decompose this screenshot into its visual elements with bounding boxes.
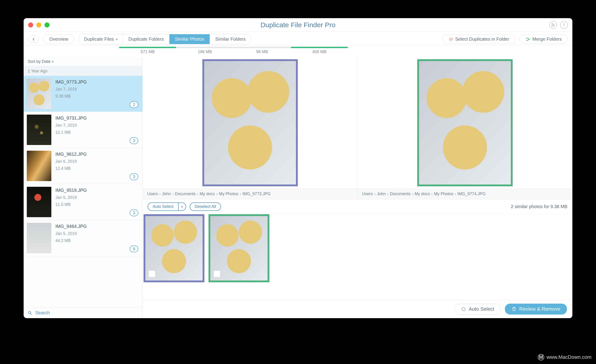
trash-icon <box>512 306 516 312</box>
thumbnail <box>27 187 51 217</box>
preview-image-right[interactable] <box>417 59 513 186</box>
minimize-icon[interactable] <box>36 22 41 28</box>
close-icon[interactable] <box>28 22 33 28</box>
sort-label: Sort by Date <box>28 59 50 64</box>
sidebar: Sort by Date ▾ 1 Year Ago IMG_9773.JPGJa… <box>24 57 143 318</box>
file-name: IMG_9612.JPG <box>55 152 139 157</box>
similar-thumbs-row <box>143 214 572 300</box>
back-button[interactable] <box>28 36 39 43</box>
maximize-icon[interactable] <box>45 22 50 28</box>
breadcrumb-right[interactable]: Users›John›Documents›My docs›My Photos›I… <box>358 189 573 199</box>
similar-thumb[interactable] <box>209 214 269 282</box>
thumb-checkbox[interactable] <box>214 270 220 277</box>
tab-label: Duplicate Files <box>84 36 114 42</box>
compare-row <box>143 57 572 189</box>
count-badge: 3 <box>130 173 138 180</box>
file-name: IMG_9731.JPG <box>55 116 139 121</box>
info-icon[interactable] <box>560 21 568 29</box>
list-item[interactable]: IMG_9519.JPGJan 5, 201911.5 MB3 <box>24 184 142 220</box>
list-item[interactable]: IMG_9464.JPGJan 5, 201944.2 MB9 <box>24 220 142 256</box>
svg-point-0 <box>552 26 552 26</box>
titlebar: Duplicate File Finder Pro <box>24 18 572 32</box>
file-date: Jan 5, 2019 <box>55 195 139 200</box>
thumbnail <box>27 151 51 181</box>
app-title: Duplicate File Finder Pro <box>24 21 572 29</box>
file-size: 12.1 MB <box>55 130 139 135</box>
file-size: 44.2 MB <box>55 238 139 243</box>
tab-sizes-row: 571 MB 186 MB 96 MB 406 MB <box>114 45 572 57</box>
auto-select-dropdown[interactable]: ▾ <box>178 203 186 211</box>
tab-duplicate-folders[interactable]: Duplicate Folders <box>123 34 170 44</box>
file-size: 12.4 MB <box>55 166 139 171</box>
similar-thumb[interactable] <box>143 214 204 282</box>
chevron-down-icon: ▾ <box>52 60 53 64</box>
thumbnail <box>27 223 51 253</box>
list-item[interactable]: IMG_9612.JPGJan 6, 201912.4 MB3 <box>24 148 142 184</box>
path-row: Users›John›Documents›My docs›My Photos›I… <box>143 189 572 199</box>
tab-duplicate-files[interactable]: Duplicate Files ▾ <box>79 34 123 44</box>
category-tabs: Duplicate Files ▾ Duplicate Folders Simi… <box>78 34 251 44</box>
size-duplicate-folders: 186 MB <box>176 50 233 54</box>
count-badge: 9 <box>130 246 138 252</box>
toolbar: Overview Duplicate Files ▾ Duplicate Fol… <box>24 32 572 45</box>
group-header: 1 Year Ago <box>24 66 142 76</box>
size-similar-folders: 406 MB <box>291 50 348 54</box>
file-date: Jan 7, 2019 <box>55 123 139 128</box>
tab-similar-folders[interactable]: Similar Folders <box>210 34 251 44</box>
list-item[interactable]: IMG_9731.JPGJan 7, 201912.1 MB3 <box>24 112 142 148</box>
auto-select-button[interactable]: Auto Select <box>148 203 178 211</box>
rss-icon[interactable] <box>549 21 557 29</box>
button-label: Merge Folders <box>532 36 562 42</box>
sort-dropdown[interactable]: Sort by Date ▾ <box>24 57 142 66</box>
file-name: IMG_9519.JPG <box>55 188 139 193</box>
thumbnail <box>27 115 51 145</box>
file-size: 11.5 MB <box>55 202 139 207</box>
watermark-icon: M <box>538 354 544 360</box>
overview-button[interactable]: Overview <box>43 35 74 44</box>
button-label: Auto Select <box>469 306 494 312</box>
file-date: Jan 7, 2019 <box>55 87 139 92</box>
app-window: Duplicate File Finder Pro Overview Dupli… <box>24 18 572 318</box>
svg-point-2 <box>564 24 564 24</box>
compare-left-pane <box>143 57 358 189</box>
deselect-all-button[interactable]: Deselect All <box>190 203 221 211</box>
count-badge: 2 <box>130 101 138 108</box>
svg-point-5 <box>28 311 31 314</box>
preview-image-left[interactable] <box>202 59 298 186</box>
size-duplicate-files: 571 MB <box>119 50 176 54</box>
main-panel: Users›John›Documents›My docs›My Photos›I… <box>143 57 572 318</box>
count-badge: 3 <box>130 210 138 216</box>
size-similar-photos: 96 MB <box>233 50 291 54</box>
merge-folders-button[interactable]: Merge Folders <box>520 35 568 44</box>
search-button[interactable]: Search <box>24 307 142 318</box>
tab-similar-photos[interactable]: Similar Photos <box>170 34 210 44</box>
button-label: Select Duplicates in Folder <box>455 36 509 42</box>
svg-line-6 <box>31 313 32 314</box>
compare-right-pane <box>358 57 573 189</box>
search-label: Search <box>35 310 50 315</box>
button-label: Review & Remove <box>519 306 560 312</box>
file-size: 9.38 MB <box>55 94 139 99</box>
list-item[interactable]: IMG_9773.JPGJan 7, 20199.38 MB2 <box>24 76 142 112</box>
thumb-checkbox[interactable] <box>149 270 155 277</box>
merge-icon <box>526 37 531 42</box>
count-badge: 3 <box>130 137 138 144</box>
file-list: IMG_9773.JPGJan 7, 20199.38 MB2IMG_9731.… <box>24 76 142 307</box>
watermark: M www.MacDown.com <box>538 354 591 360</box>
breadcrumb-left[interactable]: Users›John›Documents›My docs›My Photos›I… <box>143 189 358 199</box>
search-icon <box>28 311 32 315</box>
file-date: Jan 6, 2019 <box>55 159 139 164</box>
sparkle-icon <box>461 306 466 312</box>
file-name: IMG_9464.JPG <box>55 224 139 229</box>
selection-controls: Auto Select ▾ Deselect All 2 similar pho… <box>143 199 572 214</box>
svg-point-4 <box>450 39 452 40</box>
select-duplicates-in-folder-button[interactable]: Select Duplicates in Folder <box>442 35 515 44</box>
chevron-down-icon: ▾ <box>116 37 117 41</box>
footer-auto-select-button[interactable]: Auto Select <box>454 304 501 314</box>
window-controls <box>28 22 50 28</box>
chevron-down-icon: ▾ <box>181 205 183 209</box>
footer: Auto Select Review & Remove <box>143 300 572 318</box>
review-remove-button[interactable]: Review & Remove <box>505 304 567 314</box>
summary-label: 2 similar photos for 9.38 MB <box>511 204 567 209</box>
file-name: IMG_9773.JPG <box>55 80 139 85</box>
